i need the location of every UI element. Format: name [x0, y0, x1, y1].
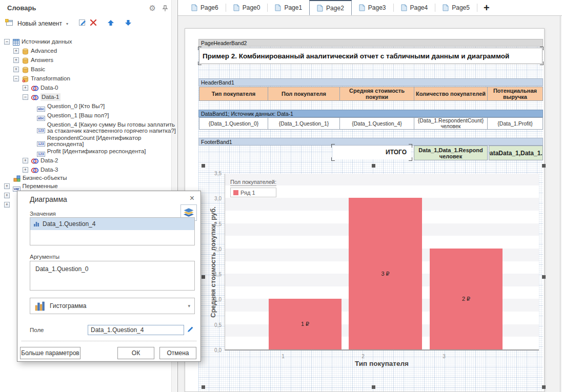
header-cell-revenue[interactable]: Потенциальная выручка: [487, 87, 543, 101]
collapse-icon[interactable]: −: [23, 94, 28, 100]
tree-item-question-1[interactable]: abc Question_1 [Ваш пол?]: [37, 112, 109, 121]
delete-icon[interactable]: [90, 19, 97, 28]
selection-handle[interactable]: [542, 385, 546, 389]
edit-pencil-icon[interactable]: [187, 325, 194, 335]
footer-total-cell[interactable]: ИТОГО: [333, 146, 411, 159]
tree-item-answers[interactable]: + Answers: [13, 56, 53, 66]
selection-handle[interactable]: [542, 275, 546, 279]
chart-bar-3[interactable]: 2 ₽: [430, 249, 503, 349]
legend-title: Пол покупателей:: [230, 179, 276, 186]
band-pageheader[interactable]: PageHeaderBand2: [198, 39, 543, 47]
dialog-separator: [22, 341, 196, 341]
page-icon: [191, 4, 197, 11]
page-icon: [443, 4, 449, 11]
tree-item-advanced[interactable]: + Advanced: [13, 47, 57, 56]
more-params-button[interactable]: Больше параметров: [20, 347, 81, 359]
tab-page1[interactable]: Page1: [268, 0, 309, 15]
design-canvas[interactable]: PageHeaderBand2 Пример 2. Комбинированны…: [178, 16, 562, 392]
expand-icon[interactable]: +: [23, 85, 28, 91]
canvas-scrollbar[interactable]: [560, 16, 562, 392]
arguments-listbox[interactable]: Data_1.Question_0: [30, 261, 195, 291]
tree-item-question-0[interactable]: abc Question_0 [Кто Вы?]: [37, 102, 105, 112]
move-down-icon[interactable]: [125, 19, 132, 28]
expand-icon[interactable]: +: [13, 48, 19, 54]
values-listbox[interactable]: Data_1.Question_4: [30, 217, 195, 245]
expand-icon[interactable]: +: [4, 202, 10, 208]
move-up-icon[interactable]: [107, 19, 114, 28]
data-cell-question0[interactable]: {Data_1.Question_0}: [199, 117, 268, 130]
tab-page5[interactable]: Page5: [435, 0, 477, 15]
chart-type-dropdown[interactable]: Гистограмма ▾: [30, 298, 195, 314]
selection-handle[interactable]: [202, 164, 205, 168]
tree-item-data-2[interactable]: + Data-2: [23, 157, 58, 166]
chart-bar-2[interactable]: 3 ₽: [349, 198, 422, 349]
band-data[interactable]: DataBand1; Источник данных: Data-1: [198, 110, 543, 117]
header-cell-avg-cost[interactable]: Средняя стоимость покупки: [339, 87, 414, 101]
chart-component[interactable]: 1 ₽ 3 ₽ 2 ₽ 3,5 3,0 2,5 2,0 1,5 1,0 0,5 …: [203, 166, 544, 388]
tree-item-question-4[interactable]: 123 Question_4 [Какую сумму Вы готовы за…: [37, 121, 176, 134]
chart-bar-1[interactable]: 1 ₽: [269, 299, 342, 349]
tree-item-data-1[interactable]: − Data-1: [23, 93, 61, 102]
tree-item-label: Transformation: [31, 75, 70, 82]
field-input[interactable]: [88, 325, 184, 335]
values-item-selected[interactable]: Data_1.Question_4: [30, 218, 194, 230]
add-page-button[interactable]: +: [477, 0, 496, 15]
data-source-icon: [31, 157, 38, 167]
tree-item-transformation[interactable]: − Transformation: [13, 75, 70, 84]
footer-sum-respondents-cell[interactable]: Data_1,Data_1.Respondчеловек: [414, 146, 488, 160]
tab-page6[interactable]: Page6: [184, 0, 226, 15]
report-title-text[interactable]: Пример 2. Комбинированный аналитический …: [199, 48, 543, 64]
panel-title: Словарь: [7, 4, 36, 12]
tree-item-hidden-2[interactable]: +: [4, 201, 10, 210]
tree-item-hidden-1[interactable]: +: [4, 192, 10, 201]
data-cell-respondentcount[interactable]: {Data_1.RespondentCount}человек: [414, 117, 488, 130]
tree-item-profit[interactable]: 123 Profit [Идентификатор респондента]: [37, 148, 146, 157]
selection-handle[interactable]: [202, 385, 205, 389]
database-icon: [22, 66, 29, 75]
tab-page4[interactable]: Page4: [394, 0, 435, 15]
selection-handle[interactable]: [372, 385, 375, 389]
expand-icon[interactable]: +: [13, 67, 19, 72]
footer-sum-profit-cell[interactable]: DataData_1,Data_1.P: [489, 146, 543, 160]
tree-item-basic[interactable]: + Basic: [13, 66, 45, 75]
chart-dialog[interactable]: Диаграмма × Значения Data_1.Question_4 А…: [17, 191, 201, 362]
expand-icon[interactable]: +: [4, 193, 10, 198]
selection-handle[interactable]: [542, 164, 546, 168]
header-cell-gender[interactable]: Пол покупателя: [268, 87, 340, 101]
close-icon[interactable]: ×: [190, 194, 194, 203]
header-cell-count[interactable]: Количество покупателей: [414, 87, 488, 101]
x-tick: 3: [434, 354, 454, 359]
tab-page2-active[interactable]: Page2: [309, 0, 352, 15]
expand-icon[interactable]: +: [23, 158, 28, 163]
edit-icon[interactable]: [78, 18, 87, 29]
collapse-icon[interactable]: −: [13, 76, 19, 81]
selection-handle[interactable]: [202, 275, 205, 279]
string-field-icon: abc: [37, 112, 45, 121]
selection-handle[interactable]: [372, 164, 375, 168]
report-page[interactable]: PageHeaderBand2 Пример 2. Комбинированны…: [185, 28, 545, 392]
expand-icon[interactable]: +: [4, 183, 10, 189]
gear-icon[interactable]: ⚙: [149, 4, 156, 13]
tab-page3[interactable]: Page3: [352, 0, 393, 15]
expand-icon[interactable]: +: [23, 167, 28, 173]
tree-item-respondentcount[interactable]: 123 RespondentCount [Идентификаторреспон…: [37, 134, 141, 148]
pin-icon[interactable]: [162, 5, 168, 13]
collapse-icon[interactable]: −: [4, 39, 10, 45]
data-cell-question1[interactable]: {Data_1.Question_1}: [268, 117, 340, 130]
data-cell-profit[interactable]: {Data_1.Profit}: [487, 117, 543, 130]
header-cell-type[interactable]: Тип покупателя: [199, 87, 268, 101]
band-header[interactable]: HeaderBand1: [198, 78, 543, 86]
tree-item-data-sources[interactable]: − Источники данных: [4, 38, 72, 47]
ok-button[interactable]: ОК: [117, 347, 154, 359]
data-cell-question4[interactable]: {Data_1.Question_4}: [339, 117, 414, 130]
chevron-down-icon[interactable]: ▾: [66, 22, 68, 26]
chart-legend: Ряд 1: [230, 188, 276, 197]
tab-page0[interactable]: Page0: [226, 0, 268, 15]
new-item-button[interactable]: Новый элемент: [17, 20, 62, 27]
tree-item-data-0[interactable]: + Data-0: [23, 84, 58, 93]
expand-icon[interactable]: +: [13, 57, 19, 63]
arguments-item[interactable]: Data_1.Question_0: [30, 261, 194, 273]
database-icon: [22, 48, 29, 57]
band-footer[interactable]: FooterBand1: [198, 138, 543, 146]
cancel-button[interactable]: Отмена: [159, 347, 196, 359]
